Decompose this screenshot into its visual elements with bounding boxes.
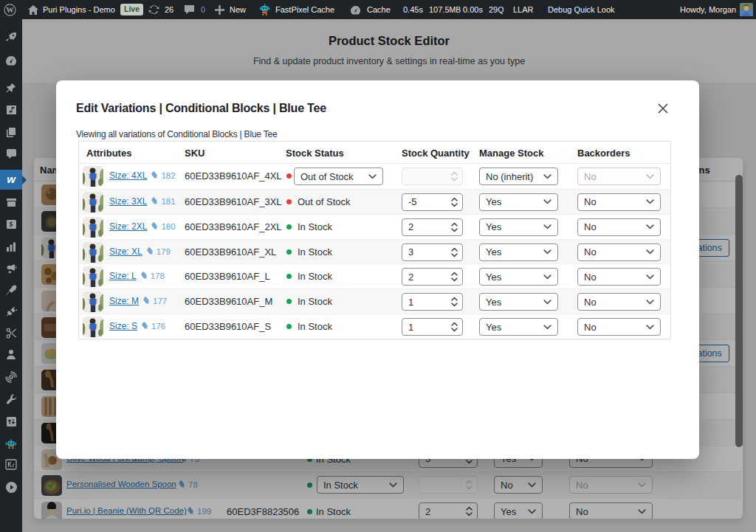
svg-text:W: W xyxy=(6,6,14,14)
